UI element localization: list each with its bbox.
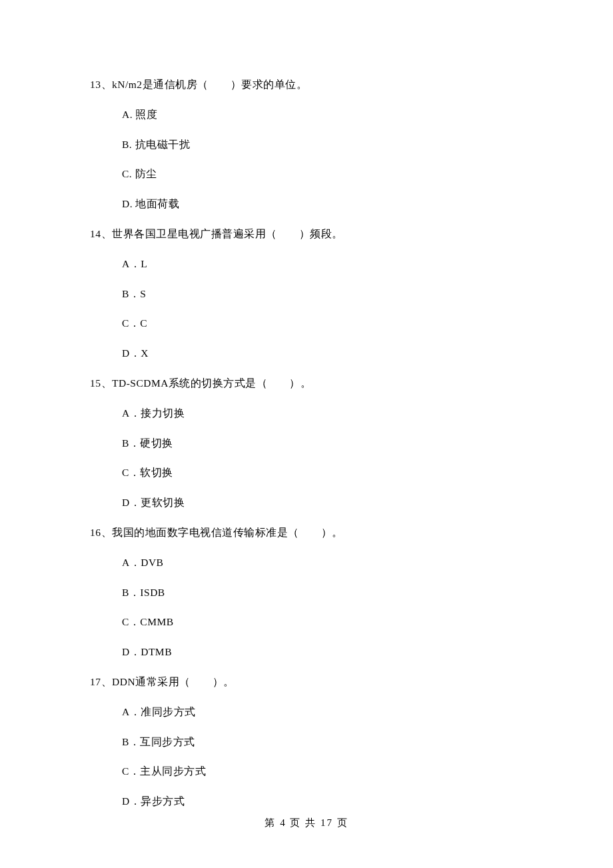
option-label: B．	[122, 587, 140, 598]
option-text: 主从同步方式	[140, 765, 206, 777]
question-number: 14、	[90, 228, 112, 239]
question-body: DDN通常采用（ ）。	[112, 676, 235, 687]
question-17: 17、DDN通常采用（ ）。 A．准同步方式 B．互同步方式 C．主从同步方式 …	[90, 674, 523, 810]
option-text: X	[141, 347, 149, 359]
option-b: B．ISDB	[122, 585, 523, 601]
option-text: 互同步方式	[140, 736, 195, 747]
page-content: 13、kN/m2是通信机房（ ）要求的单位。 A. 照度 B. 抗电磁干扰 C.…	[0, 0, 613, 810]
question-text: 17、DDN通常采用（ ）。	[90, 674, 523, 691]
question-text: 14、世界各国卫星电视广播普遍采用（ ）频段。	[90, 226, 523, 243]
option-text: 地面荷载	[135, 198, 179, 209]
question-number: 16、	[90, 527, 112, 538]
option-text: 防尘	[135, 168, 157, 179]
option-label: D．	[122, 646, 141, 657]
question-number: 15、	[90, 377, 112, 389]
option-text: 抗电磁干扰	[135, 139, 191, 150]
option-label: B.	[122, 139, 132, 150]
question-body: 我国的地面数字电视信道传输标准是（ ）。	[112, 527, 343, 538]
question-text: 16、我国的地面数字电视信道传输标准是（ ）。	[90, 525, 523, 541]
option-label: C．	[122, 467, 140, 478]
question-13: 13、kN/m2是通信机房（ ）要求的单位。 A. 照度 B. 抗电磁干扰 C.…	[90, 77, 523, 213]
option-c: C. 防尘	[122, 166, 523, 183]
option-b: B. 抗电磁干扰	[122, 137, 523, 153]
option-c: C．CMMB	[122, 614, 523, 631]
options-block: A．准同步方式 B．互同步方式 C．主从同步方式 D．异步方式	[90, 704, 523, 810]
option-label: A．	[122, 258, 141, 269]
option-label: A．	[122, 706, 141, 717]
option-b: B．S	[122, 286, 523, 303]
option-d: D．异步方式	[122, 793, 523, 810]
option-c: C．软切换	[122, 465, 523, 481]
question-14: 14、世界各国卫星电视广播普遍采用（ ）频段。 A．L B．S C．C D．X	[90, 226, 523, 362]
option-d: D．更软切换	[122, 495, 523, 511]
option-text: 准同步方式	[141, 706, 196, 717]
option-c: C．主从同步方式	[122, 763, 523, 780]
option-text: S	[140, 288, 146, 299]
question-16: 16、我国的地面数字电视信道传输标准是（ ）。 A．DVB B．ISDB C．C…	[90, 525, 523, 661]
options-block: A．DVB B．ISDB C．CMMB D．DTMB	[90, 555, 523, 661]
option-label: C．	[122, 765, 140, 777]
option-label: C．	[122, 317, 140, 329]
question-number: 17、	[90, 676, 112, 687]
option-label: A．	[122, 407, 141, 419]
option-text: C	[140, 317, 147, 329]
question-body: TD-SCDMA系统的切换方式是（ ）。	[112, 377, 311, 389]
option-label: D．	[122, 795, 141, 807]
option-c: C．C	[122, 315, 523, 332]
option-text: 接力切换	[141, 407, 185, 419]
option-text: CMMB	[140, 616, 173, 627]
question-body: kN/m2是通信机房（ ）要求的单位。	[112, 79, 307, 90]
option-label: D.	[122, 198, 133, 209]
option-b: B．硬切换	[122, 435, 523, 452]
option-a: A．接力切换	[122, 405, 523, 422]
options-block: A．L B．S C．C D．X	[90, 256, 523, 362]
option-text: 更软切换	[141, 497, 185, 508]
option-a: A．L	[122, 256, 523, 273]
question-number: 13、	[90, 79, 112, 90]
option-label: A．	[122, 557, 141, 568]
option-b: B．互同步方式	[122, 734, 523, 751]
option-label: B．	[122, 437, 140, 449]
option-d: D．DTMB	[122, 644, 523, 661]
options-block: A. 照度 B. 抗电磁干扰 C. 防尘 D. 地面荷载	[90, 107, 523, 213]
question-15: 15、TD-SCDMA系统的切换方式是（ ）。 A．接力切换 B．硬切换 C．软…	[90, 375, 523, 511]
option-text: ISDB	[140, 587, 165, 598]
option-label: D．	[122, 347, 141, 359]
option-text: DTMB	[141, 646, 172, 657]
option-text: L	[141, 258, 147, 269]
option-text: DVB	[141, 557, 163, 568]
option-a: A．准同步方式	[122, 704, 523, 721]
option-text: 异步方式	[141, 795, 185, 807]
option-text: 软切换	[140, 467, 173, 478]
option-label: B．	[122, 288, 140, 299]
option-label: C．	[122, 616, 140, 627]
question-body: 世界各国卫星电视广播普遍采用（ ）频段。	[112, 228, 343, 239]
page-footer: 第 4 页 共 17 页	[0, 817, 613, 829]
page-number-text: 第 4 页 共 17 页	[265, 817, 348, 828]
options-block: A．接力切换 B．硬切换 C．软切换 D．更软切换	[90, 405, 523, 511]
option-label: D．	[122, 497, 141, 508]
option-a: A．DVB	[122, 555, 523, 571]
question-text: 15、TD-SCDMA系统的切换方式是（ ）。	[90, 375, 523, 392]
option-d: D．X	[122, 345, 523, 362]
option-label: C.	[122, 168, 132, 179]
option-text: 照度	[135, 109, 157, 120]
option-label: B．	[122, 736, 140, 747]
question-text: 13、kN/m2是通信机房（ ）要求的单位。	[90, 77, 523, 93]
option-text: 硬切换	[140, 437, 173, 449]
option-label: A.	[122, 109, 133, 120]
option-d: D. 地面荷载	[122, 196, 523, 213]
option-a: A. 照度	[122, 107, 523, 123]
